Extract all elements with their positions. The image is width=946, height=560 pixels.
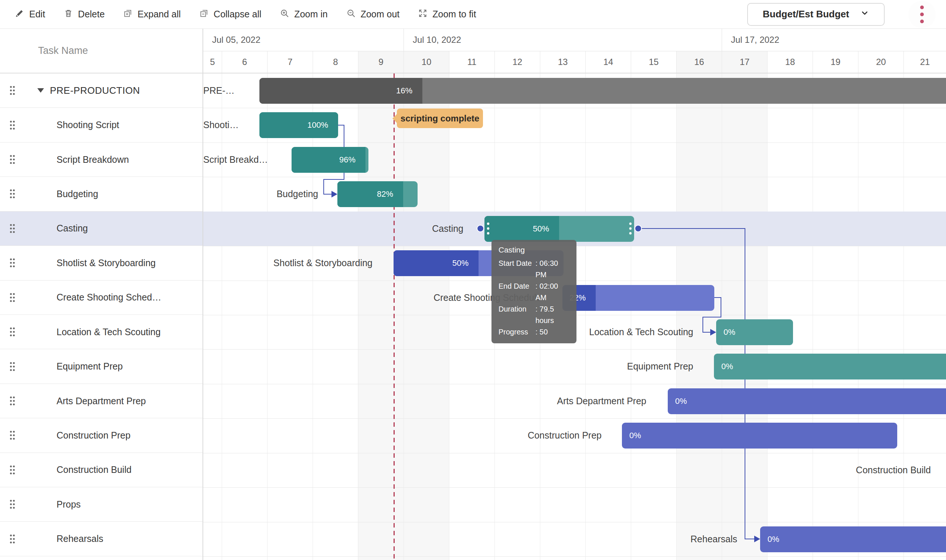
task-bar[interactable]: 50%: [485, 216, 634, 242]
taskbar-side-label: Arts Department Prep: [490, 384, 646, 418]
drag-handle-icon[interactable]: [9, 500, 15, 509]
zoom-to-fit-icon: [418, 8, 427, 20]
day-cell: 20: [858, 51, 903, 73]
task-name-label: Construction Build: [0, 465, 131, 475]
edit-button[interactable]: Edit: [15, 8, 45, 20]
drag-handle-icon[interactable]: [9, 223, 15, 233]
taskbar-side-label: Rehearsals: [627, 522, 737, 556]
grid-row[interactable]: Casting: [0, 212, 202, 246]
progress-label: 0%: [724, 328, 735, 337]
drag-handle-icon[interactable]: [9, 534, 15, 544]
progress-label: 82%: [377, 189, 393, 199]
collapse-arrow-icon[interactable]: [37, 88, 44, 93]
day-cell: 7: [267, 51, 313, 73]
grid-body: PRE-PRODUCTIONShooting ScriptScript Brea…: [0, 74, 202, 556]
taskbar-side-label: Construction Prep: [454, 418, 602, 452]
task-name-label: Equipment Prep: [0, 361, 123, 372]
zoom-in-button[interactable]: Zoom in: [280, 8, 327, 20]
progress-label: 100%: [307, 120, 328, 130]
kebab-dot-icon: [920, 12, 924, 16]
day-cell: 9: [358, 51, 404, 73]
task-name-label: Create Shooting Schedule: [0, 292, 162, 303]
drag-handle-icon[interactable]: [9, 396, 15, 406]
drag-handle-icon[interactable]: [9, 465, 15, 475]
grid-row[interactable]: Equipment Prep: [0, 349, 202, 383]
grid-row[interactable]: Props: [0, 487, 202, 522]
task-bar[interactable]: 0%: [668, 388, 946, 414]
drag-handle-icon[interactable]: [9, 362, 15, 371]
zoom-out-button[interactable]: Zoom out: [346, 8, 400, 20]
taskbar-side-label: Script Breakdown: [203, 143, 272, 177]
task-name-label: Construction Prep: [0, 430, 130, 441]
timeline-tier-days: 56789101112131415161718192021: [203, 51, 946, 73]
kebab-dot-icon: [920, 20, 924, 23]
task-bar[interactable]: 82%: [337, 181, 418, 207]
drag-handle-icon[interactable]: [9, 431, 15, 440]
task-bar[interactable]: 96%: [292, 147, 369, 173]
drag-handle-icon[interactable]: [9, 86, 15, 95]
delete-button[interactable]: Delete: [63, 8, 105, 20]
grid-row[interactable]: PRE-PRODUCTION: [0, 74, 202, 108]
day-cell: 13: [540, 51, 585, 73]
grid-row[interactable]: Construction Prep: [0, 418, 202, 452]
drag-handle-icon[interactable]: [9, 189, 15, 199]
gantt-chart-panel: Jul 05, 2022Jul 10, 2022Jul 17, 2022 567…: [203, 29, 946, 560]
grid-row[interactable]: Create Shooting Schedule: [0, 280, 202, 315]
taskbar-side-label: Construction Build: [783, 453, 931, 487]
grid-row[interactable]: Construction Build: [0, 453, 202, 487]
timeline-week-label: Jul 17, 2022: [722, 29, 946, 51]
collapse-all-icon: [199, 8, 209, 20]
taskbar-side-label: Shotlist & Storyboarding: [240, 246, 372, 280]
grid-row[interactable]: Arts Department Prep: [0, 384, 202, 418]
task-bar[interactable]: 16%: [259, 78, 946, 104]
grid-row[interactable]: Script Breakdown: [0, 143, 202, 177]
progress-label: 50%: [533, 224, 549, 234]
drag-handle-icon[interactable]: [9, 292, 15, 302]
timeline-week-label: Jul 05, 2022: [203, 29, 404, 51]
drag-handle-icon[interactable]: [9, 258, 15, 268]
task-name-label: Shooting Script: [0, 120, 119, 130]
taskbar-side-label: Shooting Script: [203, 108, 240, 142]
day-cell: 21: [903, 51, 946, 73]
drag-handle-icon[interactable]: [9, 155, 15, 165]
event-marker-label: scripting complete: [397, 109, 483, 128]
drag-handle-icon[interactable]: [9, 327, 15, 337]
progress-label: 0%: [629, 431, 641, 440]
taskbar-tooltip: Casting Start Date: 06:30 PMEnd Date: 02…: [491, 240, 576, 343]
expand-all-button[interactable]: Expand all: [123, 8, 181, 20]
task-grid-panel: Task Name PRE-PRODUCTIONShooting ScriptS…: [0, 29, 203, 560]
drag-handle-icon[interactable]: [9, 120, 15, 130]
task-bar[interactable]: 0%: [716, 319, 793, 345]
kebab-menu-button[interactable]: [908, 1, 936, 28]
grid-row[interactable]: Shotlist & Storyboarding: [0, 246, 202, 280]
task-bar[interactable]: 22%: [562, 285, 714, 311]
view-mode-dropdown[interactable]: Budget/Est Budget: [747, 3, 885, 26]
day-cell: 6: [222, 51, 267, 73]
gantt-main: Task Name PRE-PRODUCTIONShooting ScriptS…: [0, 29, 946, 560]
grid-row[interactable]: Rehearsals: [0, 522, 202, 556]
task-bar[interactable]: 0%: [760, 526, 946, 552]
progress-label: 50%: [452, 258, 469, 268]
zoom-to-fit-button[interactable]: Zoom to fit: [418, 8, 476, 20]
day-cell: 17: [722, 51, 767, 73]
progress-label: 96%: [339, 155, 355, 165]
day-cell: 10: [404, 51, 449, 73]
task-bar[interactable]: 0%: [622, 423, 897, 449]
progress-label: 0%: [721, 362, 733, 371]
day-cell: 18: [767, 51, 813, 73]
tooltip-row: Duration: 79.5 hours: [498, 303, 569, 326]
tooltip-row: End Date: 02:00 AM: [498, 280, 569, 303]
task-bar[interactable]: 100%: [259, 112, 338, 138]
grid-row[interactable]: Location & Tech Scouting: [0, 315, 202, 349]
grid-row[interactable]: Budgeting: [0, 177, 202, 211]
task-bar[interactable]: 0%: [714, 354, 946, 380]
grid-row[interactable]: Shooting Script: [0, 108, 202, 142]
collapse-all-button[interactable]: Collapse all: [199, 8, 261, 20]
tooltip-row: Start Date: 06:30 PM: [498, 258, 569, 280]
expand-all-icon: [123, 8, 133, 20]
timeline-header: Jul 05, 2022Jul 10, 2022Jul 17, 2022 567…: [203, 29, 946, 74]
task-name-label: Location & Tech Scouting: [0, 327, 161, 337]
chart-body: Casting Start Date: 06:30 PMEnd Date: 02…: [203, 74, 946, 560]
task-grid-header: Task Name: [0, 29, 202, 74]
taskbar-side-label: Budgeting: [226, 177, 318, 211]
